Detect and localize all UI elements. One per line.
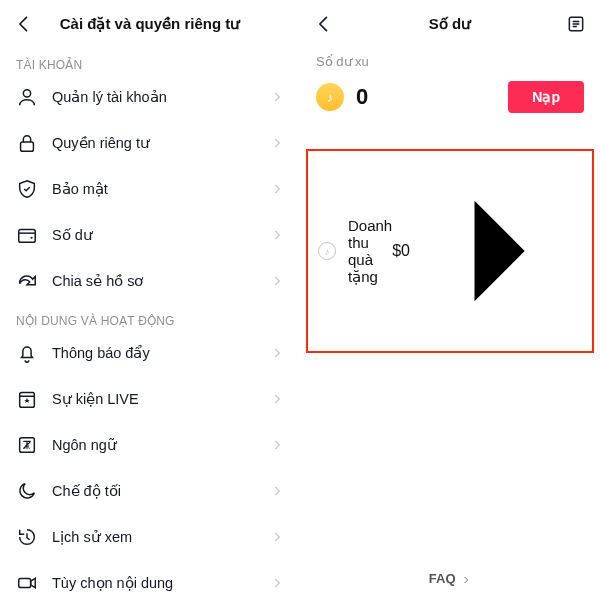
row-label: Quyền riêng tư: [52, 135, 270, 151]
svg-text:A: A: [24, 442, 30, 451]
balance-pane: Số dư Số dư xu ♪ 0 Nạp ♪ Doanh thu quà t…: [300, 0, 600, 600]
chevron-right-icon: [461, 575, 471, 585]
tiktok-circle-icon: ♪: [318, 242, 336, 260]
recharge-button[interactable]: Nạp: [508, 81, 584, 113]
balance-title: Số dư: [429, 15, 471, 33]
gift-revenue-row[interactable]: ♪ Doanh thu quà tặng $0: [308, 151, 592, 351]
bell-icon: [16, 342, 38, 364]
row-label: Thông báo đẩy: [52, 345, 270, 361]
chevron-right-icon: [270, 438, 284, 452]
row-privacy[interactable]: Quyền riêng tư: [0, 120, 300, 166]
user-icon: [16, 86, 38, 108]
coin-icon: ♪: [316, 83, 344, 111]
shield-icon: [16, 178, 38, 200]
row-label: Sự kiện LIVE: [52, 391, 270, 407]
row-language[interactable]: A Ngôn ngữ: [0, 422, 300, 468]
settings-title: Cài đặt và quyền riêng tư: [60, 15, 241, 33]
row-label: Bảo mật: [52, 181, 270, 197]
chevron-right-icon: [270, 530, 284, 544]
balance-header: Số dư: [300, 0, 600, 48]
row-share-profile[interactable]: Chia sẻ hồ sơ: [0, 258, 300, 304]
chevron-right-icon: [270, 90, 284, 104]
row-label: Ngôn ngữ: [52, 437, 270, 453]
video-icon: [16, 572, 38, 594]
back-icon[interactable]: [314, 14, 334, 34]
chevron-right-icon: [270, 182, 284, 196]
svg-rect-2: [19, 230, 36, 243]
wallet-icon: [16, 224, 38, 246]
gift-revenue-value: $0: [392, 242, 410, 260]
transaction-list-icon[interactable]: [566, 14, 586, 34]
row-balance[interactable]: Số dư: [0, 212, 300, 258]
row-account-manage[interactable]: Quản lý tài khoản: [0, 74, 300, 120]
chevron-right-icon: [270, 484, 284, 498]
share-icon: [16, 270, 38, 292]
row-label: Chia sẻ hồ sơ: [52, 273, 270, 289]
calendar-star-icon: [16, 388, 38, 410]
row-push-notif[interactable]: Thông báo đẩy: [0, 330, 300, 376]
svg-point-3: [30, 237, 32, 239]
back-icon[interactable]: [14, 14, 34, 34]
chevron-right-icon: [270, 228, 284, 242]
section-account-label: TÀI KHOẢN: [0, 48, 300, 74]
svg-point-0: [23, 90, 30, 97]
row-watch-history[interactable]: Lịch sử xem: [0, 514, 300, 560]
gift-revenue-highlight: ♪ Doanh thu quà tặng $0: [306, 149, 594, 353]
row-label: Chế độ tối: [52, 483, 270, 499]
row-label: Quản lý tài khoản: [52, 89, 270, 105]
chevron-right-icon: [270, 576, 284, 590]
svg-rect-1: [21, 142, 34, 151]
gift-revenue-label: Doanh thu quà tặng: [348, 217, 392, 286]
moon-icon: [16, 480, 38, 502]
row-label: Lịch sử xem: [52, 529, 270, 545]
balance-bar: ♪ 0 Nạp: [300, 69, 600, 129]
chevron-right-icon: [270, 136, 284, 150]
chevron-right-icon: [270, 392, 284, 406]
row-content-prefs[interactable]: Tùy chọn nội dung: [0, 560, 300, 600]
row-dark-mode[interactable]: Chế độ tối: [0, 468, 300, 514]
row-label: Tùy chọn nội dung: [52, 575, 270, 591]
chevron-right-icon: [270, 274, 284, 288]
faq-label: FAQ: [429, 571, 456, 586]
settings-header: Cài đặt và quyền riêng tư: [0, 0, 300, 48]
row-label: Số dư: [52, 227, 270, 243]
row-live-event[interactable]: Sự kiện LIVE: [0, 376, 300, 422]
history-icon: [16, 526, 38, 548]
lock-icon: [16, 132, 38, 154]
svg-rect-7: [19, 578, 31, 587]
chevron-right-icon: [270, 346, 284, 360]
chevron-right-icon: [410, 165, 582, 337]
row-security[interactable]: Bảo mật: [0, 166, 300, 212]
faq-link[interactable]: FAQ: [300, 571, 600, 586]
section-content-label: NỘI DUNG VÀ HOẠT ĐỘNG: [0, 304, 300, 330]
language-icon: A: [16, 434, 38, 456]
balance-caption: Số dư xu: [300, 48, 600, 69]
balance-value: 0: [356, 84, 508, 110]
settings-pane: Cài đặt và quyền riêng tư TÀI KHOẢN Quản…: [0, 0, 300, 600]
